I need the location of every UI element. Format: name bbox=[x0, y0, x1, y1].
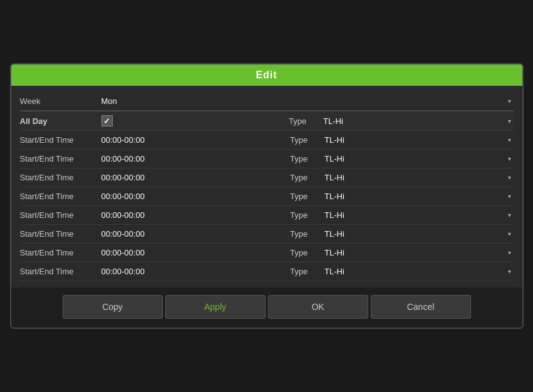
type-value-5: TL-Hi bbox=[324, 229, 344, 239]
type-label-5: Type bbox=[290, 229, 324, 239]
type-dropdown-3[interactable]: TL-Hi ▾ bbox=[324, 192, 514, 201]
cancel-button[interactable]: Cancel bbox=[371, 295, 471, 319]
type-value-7: TL-Hi bbox=[324, 267, 344, 276]
edit-dialog: Edit Week Mon ▾ All Day Type TL-Hi ▾ Sta… bbox=[10, 63, 524, 329]
type-chevron-icon-5: ▾ bbox=[508, 230, 511, 237]
type-value-4: TL-Hi bbox=[324, 210, 344, 220]
dialog-footer: Copy Apply OK Cancel bbox=[11, 287, 522, 328]
week-dropdown[interactable]: Mon ▾ bbox=[101, 96, 514, 106]
type-label-7: Type bbox=[290, 267, 324, 276]
allday-type-value: TL-Hi bbox=[323, 116, 343, 126]
type-chevron-icon-7: ▾ bbox=[508, 268, 511, 275]
allday-type-dropdown[interactable]: TL-Hi ▾ bbox=[323, 116, 514, 126]
type-chevron-icon-0: ▾ bbox=[508, 137, 511, 143]
time-label-2: Start/End Time bbox=[20, 173, 101, 182]
week-row: Week Mon ▾ bbox=[20, 92, 514, 111]
allday-type-chevron-icon: ▾ bbox=[508, 118, 511, 125]
week-label: Week bbox=[20, 96, 101, 106]
time-row: Start/End Time 00:00-00:00 Type TL-Hi ▾ bbox=[20, 244, 514, 262]
allday-type-label: Type bbox=[289, 116, 323, 126]
time-value-7[interactable]: 00:00-00:00 bbox=[101, 267, 291, 276]
allday-row: All Day Type TL-Hi ▾ bbox=[20, 111, 514, 131]
type-label-2: Type bbox=[290, 173, 324, 182]
dialog-title: Edit bbox=[11, 64, 522, 86]
type-dropdown-1[interactable]: TL-Hi ▾ bbox=[324, 154, 514, 163]
type-dropdown-6[interactable]: TL-Hi ▾ bbox=[324, 248, 514, 257]
time-row: Start/End Time 00:00-00:00 Type TL-Hi ▾ bbox=[20, 150, 514, 168]
allday-checkbox-cell bbox=[101, 115, 289, 126]
type-value-1: TL-Hi bbox=[324, 154, 344, 163]
dialog-body: Week Mon ▾ All Day Type TL-Hi ▾ Start/En… bbox=[11, 86, 522, 287]
type-chevron-icon-2: ▾ bbox=[508, 174, 511, 181]
time-value-3[interactable]: 00:00-00:00 bbox=[101, 192, 291, 201]
type-chevron-icon-1: ▾ bbox=[508, 155, 511, 162]
type-value-2: TL-Hi bbox=[324, 173, 344, 182]
allday-label: All Day bbox=[20, 116, 101, 126]
time-label-4: Start/End Time bbox=[20, 210, 101, 220]
type-value-3: TL-Hi bbox=[324, 192, 344, 201]
type-chevron-icon-3: ▾ bbox=[508, 193, 511, 200]
time-value-4[interactable]: 00:00-00:00 bbox=[101, 210, 291, 220]
type-dropdown-2[interactable]: TL-Hi ▾ bbox=[324, 173, 514, 182]
time-row: Start/End Time 00:00-00:00 Type TL-Hi ▾ bbox=[20, 168, 514, 187]
allday-checkbox[interactable] bbox=[101, 115, 113, 126]
type-dropdown-7[interactable]: TL-Hi ▾ bbox=[324, 267, 514, 276]
time-value-1[interactable]: 00:00-00:00 bbox=[101, 154, 291, 163]
time-label-5: Start/End Time bbox=[20, 229, 101, 239]
time-value-5[interactable]: 00:00-00:00 bbox=[101, 229, 291, 239]
time-row: Start/End Time 00:00-00:00 Type TL-Hi ▾ bbox=[20, 262, 514, 281]
time-rows-container: Start/End Time 00:00-00:00 Type TL-Hi ▾ … bbox=[20, 131, 514, 281]
type-value-0: TL-Hi bbox=[324, 135, 344, 145]
type-label-6: Type bbox=[290, 248, 324, 257]
time-label-0: Start/End Time bbox=[20, 135, 101, 145]
time-row: Start/End Time 00:00-00:00 Type TL-Hi ▾ bbox=[20, 206, 514, 225]
type-dropdown-0[interactable]: TL-Hi ▾ bbox=[324, 135, 514, 145]
week-chevron-icon: ▾ bbox=[508, 98, 511, 105]
type-dropdown-5[interactable]: TL-Hi ▾ bbox=[324, 229, 514, 239]
type-label-4: Type bbox=[290, 210, 324, 220]
time-label-1: Start/End Time bbox=[20, 154, 101, 163]
time-label-3: Start/End Time bbox=[20, 192, 101, 201]
ok-button[interactable]: OK bbox=[268, 295, 368, 319]
time-value-2[interactable]: 00:00-00:00 bbox=[101, 173, 291, 182]
type-label-0: Type bbox=[290, 135, 324, 145]
time-label-6: Start/End Time bbox=[20, 248, 101, 257]
time-label-7: Start/End Time bbox=[20, 267, 101, 276]
apply-button[interactable]: Apply bbox=[165, 295, 266, 319]
time-value-0[interactable]: 00:00-00:00 bbox=[101, 135, 291, 145]
type-label-1: Type bbox=[290, 154, 324, 163]
type-value-6: TL-Hi bbox=[324, 248, 344, 257]
copy-button[interactable]: Copy bbox=[63, 295, 163, 319]
type-chevron-icon-6: ▾ bbox=[508, 249, 511, 256]
type-dropdown-4[interactable]: TL-Hi ▾ bbox=[324, 210, 514, 220]
week-value: Mon bbox=[101, 96, 117, 106]
time-row: Start/End Time 00:00-00:00 Type TL-Hi ▾ bbox=[20, 187, 514, 206]
type-label-3: Type bbox=[290, 192, 324, 201]
time-row: Start/End Time 00:00-00:00 Type TL-Hi ▾ bbox=[20, 225, 514, 244]
time-value-6[interactable]: 00:00-00:00 bbox=[101, 248, 291, 257]
time-row: Start/End Time 00:00-00:00 Type TL-Hi ▾ bbox=[20, 131, 514, 150]
type-chevron-icon-4: ▾ bbox=[508, 212, 511, 219]
